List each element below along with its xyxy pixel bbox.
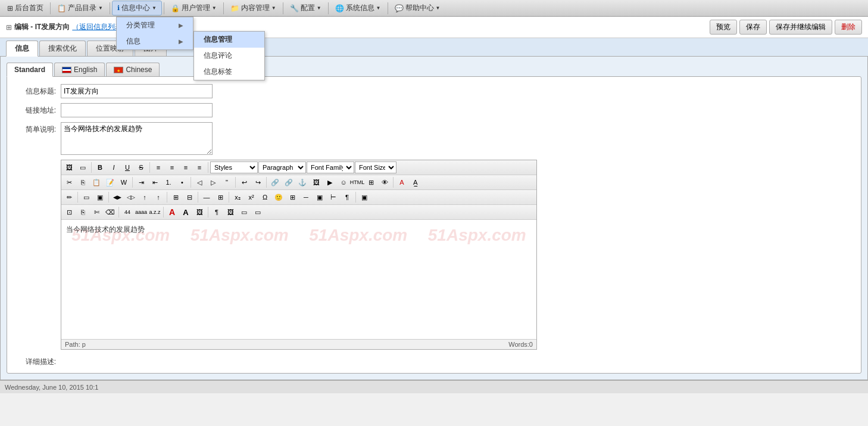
desc-textarea[interactable] — [61, 122, 213, 155]
nav-item-sys-info[interactable]: 🌐 系统信息 ▼ — [330, 1, 386, 15]
dropdown-info-mgmt[interactable]: 信息管理 — [194, 32, 264, 48]
tb-font-color-btn[interactable]: A — [395, 176, 408, 188]
lang-tab-english[interactable]: English — [54, 63, 105, 76]
editor-content-text[interactable]: 当今网络技术的发展趋势 — [66, 225, 532, 235]
nav-item-catalog[interactable]: 📋 产品目录 ▼ — [52, 1, 108, 15]
nav-item-home[interactable]: ⊞ 后台首页 — [2, 1, 48, 15]
tb-img4-btn[interactable]: ▭ — [238, 206, 251, 218]
tb-chars-btn[interactable]: a.z.z — [148, 206, 161, 218]
tb-link-btn[interactable]: 🔗 — [268, 176, 282, 188]
tb-flash-btn[interactable]: ▶ — [323, 176, 336, 188]
tb-words-btn[interactable]: aaaa — [135, 206, 148, 218]
dropdown-info-comment[interactable]: 信息评论 — [194, 48, 264, 64]
lang-tab-standard[interactable]: Standard — [7, 63, 53, 77]
tb-box-btn[interactable]: ▭ — [76, 161, 89, 173]
tb-html-btn[interactable]: HTML — [351, 176, 364, 188]
tb-unlink-btn[interactable]: 🔗 — [282, 176, 295, 188]
tb-unindent-btn[interactable]: ⇤ — [148, 176, 161, 188]
tb-sub-btn[interactable]: x₂ — [231, 191, 244, 203]
tb-para2-btn[interactable]: ¶ — [210, 206, 223, 218]
tb-table-btn[interactable]: ⊞ — [169, 191, 182, 203]
tab-seo[interactable]: 搜索优化 — [39, 41, 86, 56]
tb-cut-btn[interactable]: ✂ — [63, 176, 76, 188]
nav-item-info-center[interactable]: ℹ 信息中心 ▼ — [112, 1, 162, 15]
tb-num-btn[interactable]: 44 — [121, 206, 134, 218]
link-input[interactable] — [61, 103, 213, 117]
nav-item-content-mgmt[interactable]: 📁 内容管理 ▼ — [226, 1, 281, 15]
tb-smileys-btn[interactable]: ☺ — [337, 176, 350, 188]
tb-copy-btn[interactable]: ⎘ — [76, 176, 89, 188]
tb-template-btn[interactable]: ⊞ — [364, 176, 377, 188]
tb-strikethrough-btn[interactable]: S — [135, 161, 148, 173]
tb-font-a1-btn[interactable]: A — [166, 206, 179, 218]
dropdown-info-tag[interactable]: 信息标签 — [194, 64, 264, 80]
tb-font-a2-btn[interactable]: A — [179, 206, 192, 218]
tb-undo-btn[interactable]: ↩ — [238, 176, 251, 188]
tb-grid-btn[interactable]: ⊞ — [214, 191, 227, 203]
tb-para-btn[interactable]: ¶ — [341, 191, 354, 203]
tb-hide-btn[interactable]: ▭ — [80, 191, 93, 203]
nav-item-config[interactable]: 🔧 配置 ▼ — [285, 1, 326, 15]
tb-cut2-btn[interactable]: ✄ — [90, 206, 103, 218]
tb-table3-btn[interactable]: ⊞ — [286, 191, 299, 203]
tb-bold-btn[interactable]: B — [93, 161, 107, 173]
tb-paste-word-btn[interactable]: W — [117, 176, 130, 188]
delete-button[interactable]: 删除 — [835, 20, 862, 35]
tb-table2-btn[interactable]: ⊟ — [183, 191, 196, 203]
save-continue-button[interactable]: 保存并继续编辑 — [769, 20, 832, 35]
tb-media2-btn[interactable]: ▭ — [251, 206, 264, 218]
tb-blockquote-btn[interactable]: " — [220, 176, 233, 188]
tb-outdent-btn[interactable]: ◁ — [193, 176, 206, 188]
tb-align-right-btn[interactable]: ≡ — [179, 161, 192, 173]
tb-font-size-select[interactable]: Font Size — [355, 161, 396, 173]
tb-align-justify-btn[interactable]: ≡ — [193, 161, 206, 173]
title-input[interactable] — [61, 84, 213, 98]
lang-tab-chinese[interactable]: ★ Chinese — [106, 63, 160, 76]
tb-page-btn[interactable]: ⊢ — [327, 191, 340, 203]
tb-select-all-btn[interactable]: ⊡ — [63, 206, 76, 218]
tb-redo-btn[interactable]: ↪ — [251, 176, 264, 188]
tb-anchor-btn[interactable]: ⚓ — [296, 176, 309, 188]
tb-copy2-btn[interactable]: ⎘ — [76, 206, 89, 218]
tb-show-btn[interactable]: ▣ — [93, 191, 107, 203]
nav-item-help[interactable]: 💬 帮助中心 ▼ — [390, 1, 445, 15]
dropdown-info[interactable]: 信息 ▶ — [117, 33, 193, 49]
tb-unordered-list-btn[interactable]: • — [176, 176, 189, 188]
tb-hline-btn[interactable]: ─ — [299, 191, 313, 203]
tb-indent-btn[interactable]: ⇥ — [135, 176, 148, 188]
save-button[interactable]: 保存 — [739, 20, 767, 35]
tb-image2-btn[interactable]: 🖼 — [310, 176, 323, 188]
tb-smiley-btn[interactable]: 🙂 — [272, 191, 285, 203]
tb-dl-btn[interactable]: ◀▶ — [111, 191, 124, 203]
nav-item-user-mgmt[interactable]: 🔒 用户管理 ▼ — [166, 1, 221, 15]
tb-font-family-select[interactable]: Font Family — [307, 161, 354, 173]
tb-media-btn[interactable]: ▣ — [313, 191, 326, 203]
dropdown-category-mgmt[interactable]: 分类管理 ▶ — [117, 17, 193, 33]
tb-image-btn[interactable]: 🖼 — [63, 161, 76, 173]
tb-styles-select[interactable]: Styles — [210, 161, 258, 173]
tb-del-btn[interactable]: ⌫ — [104, 206, 117, 218]
tb-italic-btn[interactable]: I — [107, 161, 120, 173]
tb-ul-btn[interactable]: ↑ — [138, 191, 151, 203]
tb-hr-btn[interactable]: — — [200, 191, 213, 203]
tb-underline-btn[interactable]: U — [121, 161, 134, 173]
preview-button[interactable]: 预览 — [710, 20, 737, 35]
tb-ur-btn[interactable]: ↑ — [152, 191, 165, 203]
tb-font-pic-btn[interactable]: 🖼 — [193, 206, 206, 218]
tb-sup-btn[interactable]: x² — [245, 191, 258, 203]
tb-dr-btn[interactable]: ◁▷ — [124, 191, 138, 203]
editor-body[interactable]: 51Aspx.com 51Aspx.com 51Aspx.com 51Aspx.… — [61, 220, 536, 339]
tb-indent2-btn[interactable]: ▷ — [207, 176, 220, 188]
tb-edit-btn[interactable]: ✏ — [63, 191, 76, 203]
tb-paste-text-btn[interactable]: 📝 — [104, 176, 117, 188]
tb-align-left-btn[interactable]: ≡ — [152, 161, 165, 173]
tb-img3-btn[interactable]: 🖼 — [224, 206, 237, 218]
tb-preview-btn[interactable]: 👁 — [378, 176, 391, 188]
tb-align-center-btn[interactable]: ≡ — [166, 161, 179, 173]
tab-info[interactable]: 信息 — [6, 41, 38, 57]
tb-char-btn[interactable]: Ω — [258, 191, 271, 203]
tb-bg-color-btn[interactable]: A̲ — [409, 176, 422, 188]
tb-paragraph-select[interactable]: Paragraph — [258, 161, 306, 173]
tb-paste-btn[interactable]: 📋 — [90, 176, 103, 188]
tb-widget-btn[interactable]: ▣ — [358, 191, 371, 203]
